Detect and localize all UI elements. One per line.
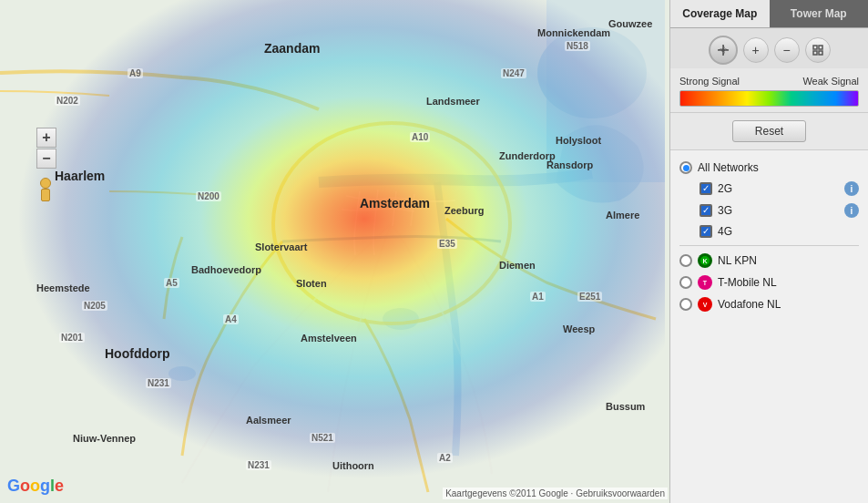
- 4g-checkbox[interactable]: [700, 225, 712, 238]
- vodafone-logo-icon: V: [700, 299, 710, 310]
- map-zoom-controls: + −: [36, 128, 56, 169]
- reset-section: Reset: [670, 113, 868, 150]
- signal-legend: Strong Signal Weak Signal: [670, 68, 868, 113]
- pegman[interactable]: [38, 178, 53, 203]
- map-attribution[interactable]: Kaartgegevens ©2011 Google · Gebruiksvoo…: [443, 488, 668, 499]
- coverage-map-tab[interactable]: Coverage Map: [670, 0, 770, 27]
- tower-map-tab[interactable]: Tower Map: [770, 0, 869, 27]
- zoom-in-button[interactable]: +: [743, 37, 769, 63]
- panel: Coverage Map Tower Map + −: [669, 0, 868, 503]
- fullscreen-button[interactable]: [805, 37, 831, 63]
- kpn-logo-icon: K: [700, 255, 710, 266]
- kpn-logo: K: [698, 253, 712, 268]
- zoom-out-button[interactable]: −: [774, 37, 800, 63]
- vodafone-label: Vodafone NL: [718, 298, 859, 311]
- tab-bar: Coverage Map Tower Map: [670, 0, 868, 28]
- fullscreen-icon: [812, 44, 824, 56]
- map-controls-row: + −: [670, 28, 868, 68]
- 2g-checkbox[interactable]: [700, 182, 712, 195]
- svg-text:K: K: [702, 258, 707, 264]
- 4g-label: 4G: [718, 225, 859, 238]
- pegman-head: [40, 178, 51, 189]
- vodafone-radio[interactable]: [679, 298, 692, 311]
- signal-labels: Strong Signal Weak Signal: [679, 76, 859, 87]
- tmobile-radio[interactable]: [679, 276, 692, 289]
- vodafone-item[interactable]: V Vodafone NL: [679, 293, 859, 315]
- weak-signal-label: Weak Signal: [802, 76, 859, 87]
- pan-icon: [717, 44, 730, 56]
- 3g-info-button[interactable]: i: [844, 203, 859, 218]
- network-divider: [679, 245, 859, 246]
- kpn-item[interactable]: K NL KPN: [679, 250, 859, 272]
- 3g-item[interactable]: 3G i: [700, 200, 859, 221]
- all-networks-label: All Networks: [698, 161, 859, 174]
- coverage-heatmap: [0, 0, 665, 503]
- tmobile-item[interactable]: T T-Mobile NL: [679, 272, 859, 293]
- 2g-info-button[interactable]: i: [844, 181, 859, 196]
- 3g-checkbox[interactable]: [700, 204, 712, 217]
- kpn-label: NL KPN: [718, 254, 859, 267]
- kpn-radio[interactable]: [679, 254, 692, 267]
- 3g-label: 3G: [718, 204, 839, 217]
- svg-rect-14: [813, 51, 817, 55]
- tmobile-label: T-Mobile NL: [718, 276, 859, 289]
- svg-rect-15: [819, 51, 822, 55]
- svg-text:V: V: [703, 302, 708, 308]
- google-logo: Google: [7, 477, 64, 496]
- reset-button[interactable]: Reset: [732, 120, 806, 142]
- tmobile-logo-icon: T: [700, 277, 710, 288]
- vodafone-logo: V: [698, 297, 712, 312]
- nav-pan-button[interactable]: [709, 36, 738, 65]
- 4g-item[interactable]: 4G: [700, 221, 859, 241]
- 2g-item[interactable]: 2G i: [700, 178, 859, 200]
- svg-text:T: T: [703, 280, 708, 286]
- tmobile-logo: T: [698, 275, 712, 290]
- all-networks-radio[interactable]: [679, 161, 692, 174]
- 2g-label: 2G: [718, 182, 839, 195]
- all-networks-item[interactable]: All Networks: [679, 158, 859, 178]
- svg-rect-12: [813, 46, 817, 49]
- map-zoom-in-button[interactable]: +: [36, 128, 56, 148]
- svg-rect-13: [819, 46, 822, 49]
- map-container: AmsterdamZaandamHaarlemHoofddorpAmstelve…: [0, 0, 868, 503]
- network-options: All Networks 2G i 3G i 4G: [670, 150, 868, 503]
- strong-signal-label: Strong Signal: [679, 76, 740, 87]
- pegman-body: [41, 189, 50, 201]
- map-zoom-out-button[interactable]: −: [36, 149, 56, 169]
- signal-gradient-bar: [679, 90, 859, 107]
